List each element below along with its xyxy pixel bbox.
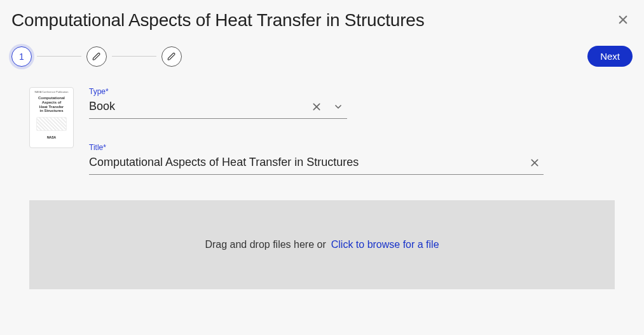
title-label: Title* xyxy=(89,143,544,152)
pencil-icon xyxy=(92,52,101,61)
cover-thumbnail[interactable]: NASA Conference Publication Computationa… xyxy=(29,87,74,148)
stepper: 1 xyxy=(11,46,182,67)
thumb-illustration xyxy=(36,117,67,131)
type-select[interactable]: Book xyxy=(89,97,347,119)
title-input-row xyxy=(89,153,544,175)
close-icon xyxy=(530,158,540,168)
title-icons xyxy=(530,158,544,168)
step-1-label: 1 xyxy=(19,51,24,62)
step-1[interactable]: 1 xyxy=(11,46,32,67)
chevron-down-icon xyxy=(333,102,343,112)
pencil-icon xyxy=(167,52,176,61)
stepper-row: 1 Next xyxy=(11,46,633,67)
field-type: Type* Book xyxy=(89,87,347,119)
type-value: Book xyxy=(89,100,312,113)
thumb-publisher: NASA Conference Publication xyxy=(34,91,68,93)
dropzone-text: Drag and drop files here or xyxy=(205,239,325,250)
step-connector xyxy=(37,56,81,57)
thumb-title-l4: in Structures xyxy=(39,109,63,113)
thumb-logo: NASA xyxy=(47,136,56,140)
next-button[interactable]: Next xyxy=(587,46,633,67)
field-title: Title* xyxy=(89,143,544,175)
type-label-text: Type xyxy=(89,87,106,96)
type-icons xyxy=(312,102,347,112)
step-2[interactable] xyxy=(86,46,107,67)
title-input[interactable] xyxy=(89,156,530,169)
dialog: Computational Aspects of Heat Transfer i… xyxy=(0,0,644,299)
browse-link[interactable]: Click to browse for a file xyxy=(331,239,439,250)
title-clear-button[interactable] xyxy=(530,158,540,168)
form-area: NASA Conference Publication Computationa… xyxy=(29,87,633,175)
type-label: Type* xyxy=(89,87,347,96)
thumb-title-l2: Aspects of xyxy=(42,100,62,105)
close-icon xyxy=(617,14,629,25)
header-row: Computational Aspects of Heat Transfer i… xyxy=(11,10,633,31)
file-dropzone[interactable]: Drag and drop files here or Click to bro… xyxy=(29,200,615,289)
title-label-text: Title xyxy=(89,143,103,152)
title-required-mark: * xyxy=(103,143,106,152)
type-dropdown-toggle[interactable] xyxy=(333,102,343,112)
thumb-title-l3: Heat Transfer xyxy=(39,105,64,109)
step-connector xyxy=(112,56,156,57)
type-required-mark: * xyxy=(106,87,109,96)
thumb-title-l1: Computational xyxy=(38,96,65,100)
step-3[interactable] xyxy=(161,46,182,67)
close-button[interactable] xyxy=(613,10,633,29)
close-icon xyxy=(312,102,322,112)
page-title: Computational Aspects of Heat Transfer i… xyxy=(11,10,424,31)
fields: Type* Book Title* xyxy=(89,87,579,175)
type-clear-button[interactable] xyxy=(312,102,322,112)
